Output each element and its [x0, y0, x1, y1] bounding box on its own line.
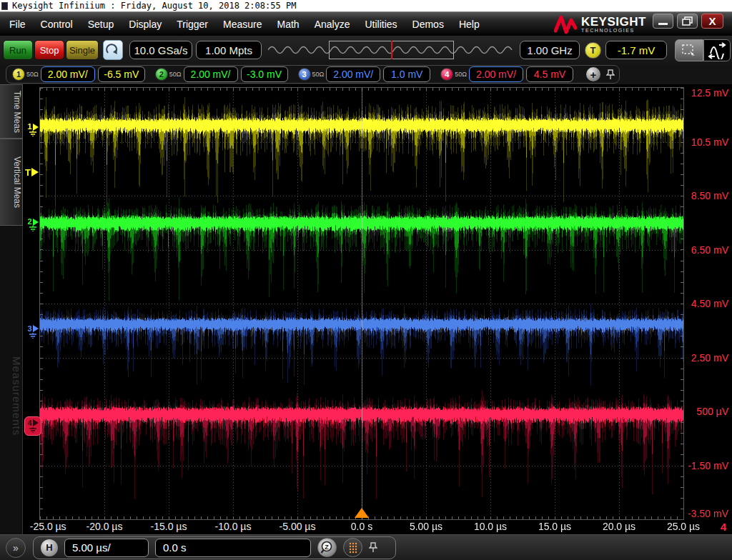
trigger-level-marker[interactable]: T [25, 167, 39, 178]
channel-2-badge[interactable]: 2 [155, 68, 168, 81]
run-button[interactable]: Run [3, 40, 33, 60]
waveform-display[interactable] [39, 87, 684, 520]
channel-2-ground-marker[interactable]: 2 [24, 218, 41, 231]
channel-2-scale-field[interactable]: 2.00 mV/ [184, 66, 238, 82]
minimize-button[interactable] [653, 14, 673, 29]
channel-2-offset-field[interactable]: -3.0 mV [241, 66, 288, 82]
menu-item-measure[interactable]: Measure [223, 19, 262, 30]
close-button[interactable]: X [701, 14, 723, 29]
menu-item-display[interactable]: Display [129, 19, 162, 30]
x-axis-label: 25.0 µs [667, 521, 700, 532]
menu-item-file[interactable]: File [9, 19, 26, 30]
keysight-logo: KEYSIGHT TECHNOLOGIES [554, 14, 646, 34]
stop-button[interactable]: Stop [34, 40, 64, 60]
region-select-button[interactable] [675, 39, 703, 61]
x-axis-label: -10.0 µs [215, 521, 252, 532]
channel-3-ground-marker[interactable]: 3 [24, 325, 41, 339]
maximize-icon [682, 16, 693, 26]
channel-1-ground-marker[interactable]: 1 [24, 123, 41, 136]
maximize-button[interactable] [677, 14, 698, 29]
touch-button[interactable] [103, 40, 123, 60]
timebase-field[interactable]: 5.00 µs/ [64, 539, 149, 557]
menu-item-analyze[interactable]: Analyze [315, 19, 350, 30]
marker-arrow-icon [33, 219, 39, 226]
sample-rate-field[interactable]: 10.0 GSa/s [129, 41, 192, 59]
strip-trigger-line [391, 41, 392, 59]
menu-item-trigger[interactable]: Trigger [177, 19, 208, 30]
logo-line2: TECHNOLOGIES [581, 28, 646, 33]
channel-1-scale-field[interactable]: 2.00 mV/ [41, 66, 95, 82]
x-axis-label: -25.0 µs [30, 521, 66, 532]
channel-2-impedance: 50Ω [169, 71, 182, 78]
horizontal-badge[interactable]: H [41, 539, 58, 556]
oscilloscope-app: Keysight Infiniium : Friday, August 10, … [0, 0, 732, 560]
ground-icon [29, 226, 37, 231]
channel-3-impedance: 50Ω [312, 71, 325, 78]
left-sidebar: Time Meas Vertical Meas Measurements [0, 84, 23, 534]
expand-button[interactable]: » [6, 538, 26, 558]
trigger-level-field[interactable]: -1.7 mV [605, 41, 667, 59]
menu-item-demos[interactable]: Demos [412, 19, 444, 30]
ground-icon [29, 427, 37, 433]
close-icon: X [708, 15, 716, 27]
menu-item-help[interactable]: Help [459, 19, 480, 30]
bandwidth-field[interactable]: 1.00 GHz [520, 41, 580, 59]
channel-3-scale-field[interactable]: 2.00 mV/ [326, 66, 380, 82]
menu-item-setup[interactable]: Setup [88, 19, 114, 30]
tab-time-meas[interactable]: Time Meas [0, 84, 23, 139]
y-axis-label: -1.50 mV [688, 460, 728, 471]
channel-bar: 1 50Ω 2.00 mV/ -6.5 mV 2 50Ω 2.00 mV/ -3… [0, 64, 732, 84]
minimize-icon [658, 23, 668, 25]
memory-depth-field[interactable]: 1.00 Mpts [196, 41, 262, 59]
y-axis-label: 8.50 mV [691, 190, 728, 201]
menu-item-math[interactable]: Math [277, 19, 300, 30]
plot-region: 1 2 3 4 T 4 12.5 mV10.5 mV8.50 mV6.50 mV… [23, 84, 732, 534]
channel-1-offset-field[interactable]: -6.5 mV [98, 66, 145, 82]
marker-arrow-icon [33, 124, 39, 131]
dashed-select-icon [681, 44, 697, 58]
marker-arrow-icon [33, 419, 39, 426]
menu-bar: FileControlSetupDisplayTriggerMeasureMat… [0, 12, 732, 36]
x-axis-label: -20.0 µs [86, 521, 123, 532]
y-axis-label: 4.50 mV [691, 298, 728, 309]
channel-4-offset-field[interactable]: 4.5 mV [526, 66, 573, 82]
add-waveform-button[interactable]: + [586, 67, 600, 81]
scope-canvas[interactable] [40, 88, 683, 519]
menu-items: FileControlSetupDisplayTriggerMeasureMat… [0, 19, 480, 30]
menu-item-utilities[interactable]: Utilities [365, 19, 397, 30]
waveform-pan-button[interactable] [703, 39, 731, 61]
display-area: Time Meas Vertical Meas Measurements 1 2… [0, 84, 732, 534]
y-axis-label: 2.50 mV [691, 352, 728, 364]
ground-icon [29, 333, 37, 339]
zoom-button[interactable]: Z [317, 538, 337, 557]
pushpin-icon[interactable] [369, 542, 377, 553]
zoom-z-icon: Z [320, 541, 335, 555]
channel-4-ground-marker[interactable]: 4 [24, 416, 41, 436]
pushpin-icon[interactable] [606, 69, 615, 80]
tab-vertical-meas[interactable]: Vertical Meas [0, 139, 23, 226]
acquisition-window-strip[interactable] [268, 42, 515, 58]
dotted-columns-icon [347, 541, 360, 554]
channel-1-badge[interactable]: 1 [12, 68, 25, 81]
acquisition-points-button[interactable] [343, 538, 362, 557]
x-axis-label: 20.0 µs [603, 521, 635, 532]
menu-item-control[interactable]: Control [41, 19, 73, 30]
channel-4-scale-field[interactable]: 2.00 mV/ [469, 66, 523, 82]
window-icon [1, 2, 8, 10]
redo-arrow-icon [106, 44, 120, 56]
title-bar: Keysight Infiniium : Friday, August 10, … [0, 0, 732, 12]
y-axis-label: 10.5 mV [691, 136, 728, 148]
y-axis-label: -3.50 mV [688, 508, 728, 519]
channel-4-impedance: 50Ω [455, 71, 467, 78]
channel-4-badge[interactable]: 4 [440, 68, 453, 81]
axis-channel-tag: 4 [721, 521, 726, 533]
x-axis-label: 0.0 s [351, 521, 372, 532]
channel-3-offset-field[interactable]: 1.0 mV [383, 66, 430, 82]
position-field[interactable]: 0.0 s [155, 539, 311, 557]
trigger-time-marker[interactable] [355, 508, 369, 518]
channel-3-badge[interactable]: 3 [298, 68, 311, 81]
trigger-badge[interactable]: T [585, 42, 601, 59]
y-axis-label: 500 µV [696, 406, 728, 417]
single-button[interactable]: Single [66, 40, 99, 60]
ground-icon [29, 131, 37, 136]
